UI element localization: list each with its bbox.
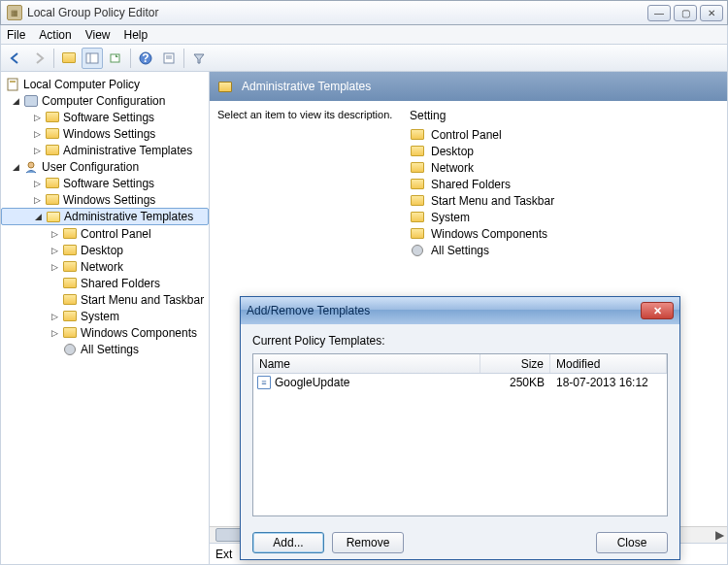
folder-icon (45, 144, 60, 157)
folder-icon (45, 127, 60, 141)
dialog-titlebar[interactable]: Add/Remove Templates ✕ (241, 297, 679, 324)
back-button[interactable] (5, 48, 26, 69)
tree-shared[interactable]: ▷Shared Folders (1, 275, 209, 291)
tree-cpanel[interactable]: ▷Control Panel (1, 225, 209, 242)
toolbar-sep-3 (183, 49, 184, 68)
expand-icon[interactable]: ▷ (50, 228, 60, 239)
export-button[interactable] (105, 48, 126, 69)
settings-icon (410, 244, 425, 257)
folder-icon (45, 111, 60, 124)
tree-desktop[interactable]: ▷Desktop (1, 242, 209, 258)
svg-rect-2 (111, 54, 119, 62)
remove-button[interactable]: Remove (332, 532, 404, 553)
folder-icon (217, 80, 233, 93)
setting-label: Desktop (431, 145, 474, 158)
col-modified[interactable]: Modified (550, 354, 667, 373)
close-dialog-button[interactable]: Close (596, 532, 668, 553)
minimize-button[interactable]: — (647, 5, 671, 21)
setting-item[interactable]: Desktop (410, 143, 719, 159)
col-name[interactable]: Name (253, 354, 480, 373)
forward-button[interactable] (28, 48, 50, 69)
scroll-right-icon[interactable]: ▶ (711, 528, 727, 542)
tree-label: Network (81, 260, 123, 274)
tree-label: Software Settings (63, 111, 154, 124)
tree-system[interactable]: ▷System (1, 308, 209, 324)
folder-icon (62, 227, 78, 241)
expand-icon[interactable]: ▷ (32, 145, 43, 155)
tree-label: Windows Settings (63, 127, 155, 141)
expand-icon[interactable]: ▷ (32, 178, 43, 188)
svg-rect-0 (86, 53, 98, 63)
tree-root[interactable]: Local Computer Policy (1, 76, 209, 92)
tree-computer-cfg[interactable]: ◢ Computer Configuration (1, 92, 209, 109)
expand-icon[interactable]: ▷ (32, 194, 43, 205)
tree-user-cfg[interactable]: ◢ User Configuration (1, 158, 209, 175)
tree-label: Windows Components (81, 326, 197, 340)
tree-label: Start Menu and Taskbar (81, 293, 204, 307)
folder-icon (45, 177, 60, 190)
tab-extended[interactable]: Ext (215, 548, 232, 561)
menu-action[interactable]: Action (39, 28, 71, 42)
tree-allset[interactable]: ▷All Settings (1, 341, 209, 357)
close-button[interactable]: ✕ (700, 5, 723, 21)
show-tree-button[interactable] (82, 48, 103, 69)
collapse-icon[interactable]: ◢ (33, 212, 44, 222)
tree-cc-admin[interactable]: ▷Administrative Templates (1, 142, 209, 158)
tree-uc-windows[interactable]: ▷Windows Settings (1, 191, 209, 208)
menu-file[interactable]: File (7, 28, 25, 42)
dialog-close-button[interactable]: ✕ (641, 302, 674, 319)
tree-label: All Settings (81, 343, 139, 356)
template-row[interactable]: ≡ GoogleUpdate 250KB 18-07-2013 16:12 (253, 374, 667, 391)
template-file-icon: ≡ (257, 376, 271, 389)
setting-label: System (431, 211, 470, 224)
menu-help[interactable]: Help (124, 28, 149, 42)
collapse-icon[interactable]: ◢ (11, 161, 21, 172)
setting-item[interactable]: Control Panel (410, 126, 719, 143)
filter-button[interactable] (188, 48, 210, 69)
template-modified: 18-07-2013 16:12 (550, 376, 667, 389)
setting-item[interactable]: Network (410, 159, 719, 176)
tree-label: System (81, 310, 119, 323)
expand-icon[interactable]: ▷ (32, 128, 43, 139)
expand-icon[interactable]: ▷ (50, 245, 60, 255)
add-button[interactable]: Add... (252, 532, 324, 553)
collapse-icon[interactable]: ◢ (11, 95, 21, 106)
folder-icon (62, 244, 78, 257)
tree-startmenu[interactable]: ▷Start Menu and Taskbar (1, 291, 209, 308)
tree-label: Administrative Templates (64, 210, 193, 223)
tree-network[interactable]: ▷Network (1, 258, 209, 275)
template-size: 250KB (480, 376, 550, 389)
expand-icon[interactable]: ▷ (50, 311, 60, 321)
folder-icon (62, 277, 78, 290)
setting-item[interactable]: Shared Folders (410, 176, 719, 192)
col-size[interactable]: Size (480, 354, 550, 373)
tree-cc-software[interactable]: ▷Software Settings (1, 109, 209, 125)
setting-item[interactable]: Windows Components (410, 225, 719, 242)
expand-icon[interactable]: ▷ (32, 112, 43, 122)
tree-wincon[interactable]: ▷Windows Components (1, 324, 209, 341)
settings-column-header[interactable]: Setting (410, 109, 719, 126)
setting-item[interactable]: System (410, 209, 719, 225)
tree-label: User Configuration (42, 160, 139, 174)
setting-item[interactable]: Start Menu and Taskbar (410, 192, 719, 209)
menu-view[interactable]: View (85, 28, 111, 42)
tree-uc-admin-selected[interactable]: ◢Administrative Templates (1, 208, 209, 225)
properties-button[interactable] (158, 48, 180, 69)
tree-uc-software[interactable]: ▷Software Settings (1, 175, 209, 191)
folder-icon (410, 211, 425, 224)
expand-icon[interactable]: ▷ (50, 327, 60, 338)
add-remove-templates-dialog: Add/Remove Templates ✕ Current Policy Te… (240, 296, 680, 560)
folder-icon (45, 193, 60, 207)
folder-icon (410, 194, 425, 208)
setting-item[interactable]: All Settings (410, 242, 719, 258)
help-button[interactable]: ? (135, 48, 156, 69)
up-button[interactable] (58, 48, 80, 69)
expand-icon[interactable]: ▷ (50, 261, 60, 272)
tree-cc-windows[interactable]: ▷Windows Settings (1, 125, 209, 142)
setting-label: Network (431, 161, 474, 175)
toolbar-sep (53, 49, 54, 68)
maximize-button[interactable]: ▢ (674, 5, 697, 21)
tree-label: Control Panel (81, 227, 151, 241)
folder-icon (410, 145, 425, 158)
close-button-label: Close (617, 536, 647, 549)
